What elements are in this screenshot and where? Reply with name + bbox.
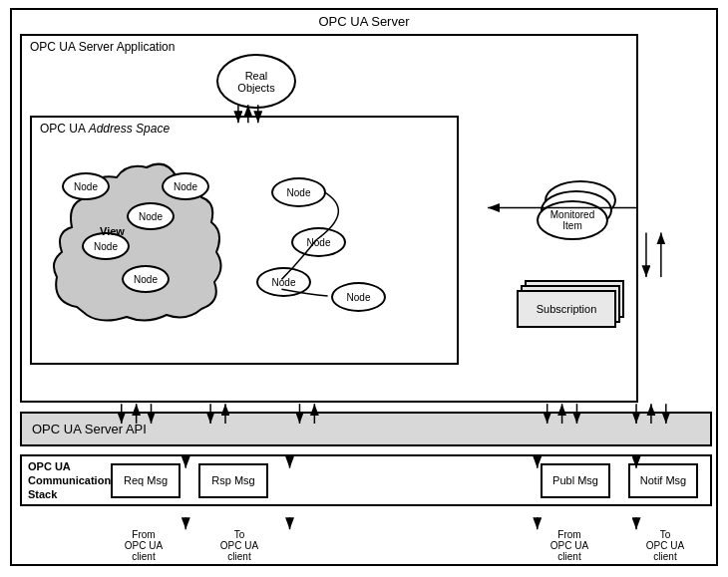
- monitored-item-ellipse-front: MonitoredItem: [537, 200, 608, 240]
- bottom-label-2: ToOPC UAclient: [200, 529, 278, 562]
- server-api-label: OPC UA Server API: [32, 422, 147, 436]
- rsp-msg-box: Rsp Msg: [198, 463, 268, 498]
- publ-msg-box: Publ Msg: [541, 463, 610, 498]
- outer-title: OPC UA Server: [12, 10, 716, 33]
- server-app-label: OPC UA Server Application: [30, 40, 175, 54]
- notif-msg-box: Notif Msg: [628, 463, 698, 498]
- node-ellipse-5: Node: [122, 265, 170, 293]
- monitored-item-group: MonitoredItem: [537, 180, 621, 260]
- subscription-box-front: Subscription: [517, 290, 616, 328]
- real-objects-ellipse: RealObjects: [216, 54, 296, 109]
- node-ellipse-3: Node: [162, 172, 209, 200]
- node-ellipse-6: Node: [271, 177, 326, 207]
- node-ellipse-7: Node: [291, 227, 346, 257]
- node-ellipse-1: Node: [62, 172, 110, 200]
- req-msg-box: Req Msg: [111, 463, 181, 498]
- node-ellipse-2: Node: [127, 202, 175, 230]
- bottom-label-4: ToOPC UAclient: [626, 529, 704, 562]
- address-space-box: OPC UA Address Space View Node Node Node…: [30, 116, 459, 365]
- outer-container: OPC UA Server OPC UA Server Application …: [10, 8, 718, 566]
- server-app-box: OPC UA Server Application RealObjects OP…: [20, 34, 638, 403]
- node-ellipse-9: Node: [331, 282, 386, 312]
- comm-stack-label: OPC UACommunicationStack: [22, 455, 107, 506]
- bottom-labels-row: FromOPC UAclient ToOPC UAclient FromOPC …: [20, 529, 712, 562]
- address-space-label: OPC UA Address Space: [40, 122, 170, 136]
- bottom-label-3: FromOPC UAclient: [531, 529, 608, 562]
- comm-stack-row: OPC UACommunicationStack Req Msg Rsp Msg…: [20, 454, 712, 506]
- node-ellipse-8: Node: [256, 267, 311, 297]
- server-api-bar: OPC UA Server API: [20, 412, 712, 446]
- subscription-stack: Subscription: [517, 280, 626, 335]
- bottom-label-1: FromOPC UAclient: [105, 529, 182, 562]
- real-objects-label: RealObjects: [237, 70, 274, 94]
- view-label: View: [100, 225, 125, 237]
